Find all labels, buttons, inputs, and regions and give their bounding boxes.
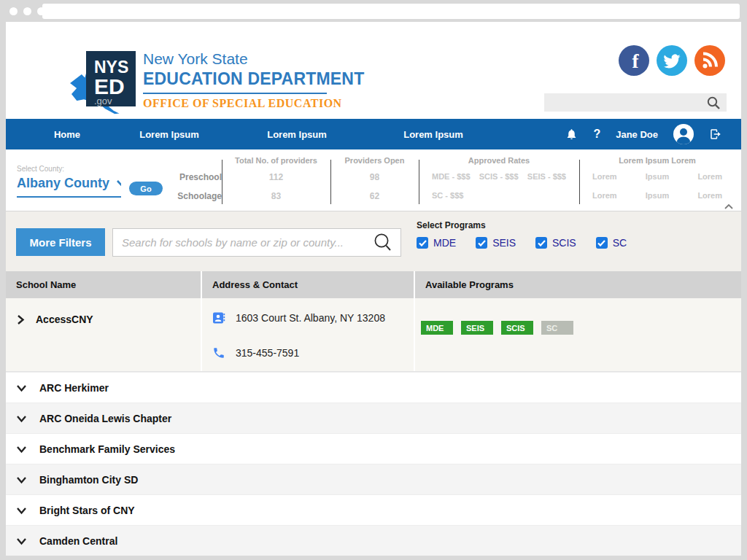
school-name: Camden Central: [39, 535, 117, 547]
brand-title-line2: EDUCATION DEPARTMENT: [143, 69, 364, 89]
stat-col-approved-rates: Approved Rates MDE - $$$ SCIS - $$$ SEIS…: [419, 149, 579, 211]
checkbox-checked-icon: [476, 237, 487, 249]
stat-cell: Ipsum: [646, 191, 669, 200]
table-row[interactable]: ARC Oneida Lewis Chapter: [6, 402, 741, 433]
nysed-logo: NYS ED .gov: [67, 50, 139, 121]
search-icon[interactable]: [706, 96, 721, 110]
svg-text:.gov: .gov: [94, 96, 112, 106]
site-header: NYS ED .gov New York State EDUCATION DEP…: [6, 22, 741, 119]
school-name: Binghamton City SD: [39, 474, 138, 486]
brand-divider: [143, 93, 327, 94]
svg-text:f: f: [632, 50, 640, 72]
facebook-icon[interactable]: f: [619, 45, 649, 79]
program-checkbox-seis[interactable]: SEIS: [476, 237, 516, 249]
table-row[interactable]: Camden Central: [6, 525, 741, 556]
row-label-preschool: Preschool: [174, 172, 222, 182]
address-bar[interactable]: [42, 4, 740, 19]
stat-value: 98: [330, 172, 419, 182]
school-search-input[interactable]: [113, 229, 373, 256]
page: NYS ED .gov New York State EDUCATION DEP…: [6, 22, 741, 556]
table-row-expanded: AccessCNY 1603 Court St. Albany, NY 1320…: [6, 298, 741, 372]
checkbox-checked-icon: [596, 237, 608, 249]
stat-cell: Lorem: [697, 172, 722, 181]
school-name: Benchmark Family Services: [39, 443, 175, 455]
address-contact-cell: 1603 Court St. Albany, NY 13208 315-455-…: [202, 298, 414, 371]
program-badge: MDE: [421, 321, 453, 335]
nav-item-3[interactable]: Lorem Ipsum: [382, 129, 484, 140]
rate-cell: MDE - $$$: [432, 172, 471, 181]
program-badge-unavailable: SC: [541, 321, 573, 335]
table-row[interactable]: ARC Herkimer: [6, 372, 741, 402]
nav-item-home[interactable]: Home: [16, 129, 118, 140]
phone-icon: [212, 346, 225, 359]
rate-cell: SEIS - $$$: [527, 172, 566, 181]
expanded-row-toggle[interactable]: AccessCNY: [6, 298, 201, 371]
rate-cell: SC - $$$: [432, 191, 463, 200]
column-header-address-contact: Address & Contact: [202, 271, 414, 298]
stat-cell: Lorem: [697, 191, 722, 200]
window-control-dot: [23, 7, 31, 15]
chevron-down-icon: [16, 445, 27, 454]
school-phone: 315-455-7591: [236, 347, 299, 359]
nav-item-1[interactable]: Lorem Ipsum: [118, 129, 220, 140]
school-name: ARC Oneida Lewis Chapter: [39, 413, 171, 424]
select-programs-group: Select Programs MDE SEIS SCIS SC: [417, 220, 627, 249]
avatar-icon[interactable]: [673, 124, 694, 144]
school-list: ARC Herkimer ARC Oneida Lewis Chapter Be…: [6, 372, 741, 556]
filters-bar: More Filters Select Programs MDE SEIS: [6, 211, 741, 271]
county-stats-panel: Select County: Albany County Go Preschoo…: [6, 149, 741, 211]
table-header: School Name Address & Contact Available …: [6, 271, 741, 298]
program-checkbox-scis[interactable]: SCIS: [535, 237, 576, 249]
stat-col-lorem: Lorem Ipsum Lorem Lorem Ipsum Lorem Lore…: [579, 149, 735, 211]
table-row[interactable]: Binghamton City SD: [6, 464, 741, 494]
checkbox-checked-icon: [535, 237, 547, 249]
user-name[interactable]: Jane Doe: [616, 129, 658, 140]
stat-cell: Ipsum: [646, 172, 669, 181]
header-search-input[interactable]: [544, 97, 706, 108]
school-name: ARC Herkimer: [39, 382, 109, 394]
chevron-right-icon: [16, 314, 25, 325]
notifications-bell-icon[interactable]: [565, 128, 578, 141]
table-row[interactable]: Bright Stars of CNY: [6, 494, 741, 525]
chevron-down-icon: [16, 475, 27, 484]
column-header-school-name: School Name: [6, 271, 201, 298]
chevron-down-icon: [16, 506, 27, 515]
county-select[interactable]: Albany County: [17, 176, 121, 198]
main-nav: Home Lorem Ipsum Lorem Ipsum Lorem Ipsum…: [6, 119, 741, 149]
stats-collapse-chevron-up-icon[interactable]: [724, 203, 734, 210]
social-links: f: [619, 45, 725, 79]
school-address: 1603 Court St. Albany, NY 13208: [236, 312, 385, 324]
stat-cell: Lorem: [592, 191, 617, 200]
brand-text: New York State EDUCATION DEPARTMENT OFFI…: [143, 50, 364, 110]
go-button[interactable]: Go: [129, 182, 163, 195]
chevron-down-icon: [116, 179, 121, 187]
stat-col-total-providers: Total No. of providers 112 83: [222, 149, 330, 211]
program-checkbox-sc[interactable]: SC: [596, 237, 627, 249]
search-icon[interactable]: [373, 233, 393, 253]
chevron-down-icon: [16, 537, 27, 545]
stat-cell: Lorem: [592, 172, 617, 181]
school-name: Bright Stars of CNY: [39, 505, 135, 516]
column-header-available-programs: Available Programs: [415, 271, 741, 298]
select-programs-label: Select Programs: [417, 220, 627, 230]
chevron-down-icon: [16, 414, 27, 423]
help-icon[interactable]: ?: [593, 128, 600, 141]
school-search: [112, 228, 401, 257]
school-name: AccessCNY: [36, 314, 93, 325]
program-badge: SEIS: [461, 321, 493, 335]
more-filters-button[interactable]: More Filters: [16, 228, 105, 256]
twitter-icon[interactable]: [657, 45, 687, 79]
brand-title-line1: New York State: [143, 50, 364, 68]
stat-value: 112: [222, 172, 330, 182]
rate-cell: SCIS - $$$: [479, 172, 519, 181]
table-row[interactable]: Benchmark Family Services: [6, 433, 741, 464]
rss-icon[interactable]: [694, 45, 725, 79]
program-badge: SCIS: [501, 321, 533, 335]
stat-value: 83: [222, 191, 330, 201]
row-label-schoolage: Schoolage: [174, 191, 222, 201]
program-checkbox-mde[interactable]: MDE: [417, 237, 456, 249]
logout-icon[interactable]: [709, 128, 722, 141]
header-search: [544, 93, 727, 112]
brand-subtitle: OFFICE OF SPECIAL EDUCATION: [143, 97, 364, 110]
nav-item-2[interactable]: Lorem Ipsum: [246, 129, 348, 140]
